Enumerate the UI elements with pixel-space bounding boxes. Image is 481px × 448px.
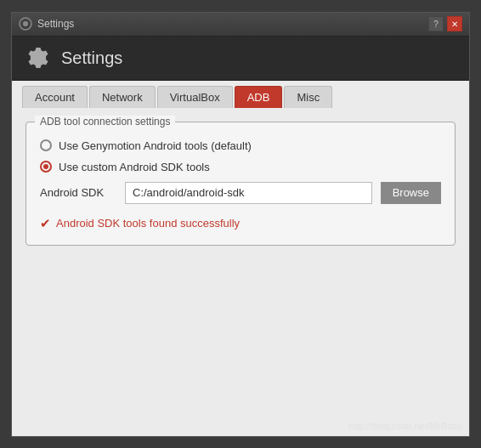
success-row: ✔ Android SDK tools found successfully (40, 216, 441, 231)
group-box-legend: ADB tool connection settings (35, 116, 175, 128)
adb-group-box: ADB tool connection settings Use Genymot… (25, 122, 456, 246)
settings-window: Settings ? ✕ Settings Account Network Vi… (11, 12, 470, 437)
check-icon: ✔ (40, 216, 51, 231)
header-title: Settings (61, 48, 122, 68)
settings-gear-icon (25, 45, 51, 71)
svg-point-1 (23, 21, 28, 26)
browse-button[interactable]: Browse (381, 182, 441, 204)
tab-adb[interactable]: ADB (235, 86, 283, 108)
sdk-row: Android SDK Browse (40, 182, 441, 204)
tab-network[interactable]: Network (89, 86, 156, 108)
radio-genymotion[interactable] (40, 139, 52, 151)
header: Settings (12, 37, 469, 81)
radio-custom-label: Use custom Android SDK tools (59, 161, 210, 173)
help-button[interactable]: ? (428, 16, 444, 31)
title-bar-buttons: ? ✕ (428, 16, 462, 31)
title-bar: Settings ? ✕ (12, 13, 469, 37)
tab-account[interactable]: Account (22, 86, 88, 108)
title-bar-text: Settings (37, 18, 428, 30)
radio-row-genymotion: Use Genymotion Android tools (default) (40, 139, 441, 152)
sdk-input[interactable] (125, 182, 372, 204)
radio-custom[interactable] (40, 161, 52, 173)
success-text: Android SDK tools found successfully (56, 217, 240, 230)
tabs-bar: Account Network VirtualBox ADB Misc (12, 81, 469, 108)
close-button[interactable]: ✕ (447, 16, 462, 31)
content-area: ADB tool connection settings Use Genymot… (12, 108, 469, 436)
radio-genymotion-label: Use Genymotion Android tools (default) (59, 139, 252, 152)
radio-row-custom: Use custom Android SDK tools (40, 161, 441, 173)
tab-virtualbox[interactable]: VirtualBox (157, 86, 233, 108)
watermark: http://blog.csdn.net/MrBaby (348, 421, 462, 431)
sdk-label: Android SDK (40, 186, 116, 199)
tab-misc[interactable]: Misc (284, 86, 332, 108)
app-icon (19, 17, 32, 31)
